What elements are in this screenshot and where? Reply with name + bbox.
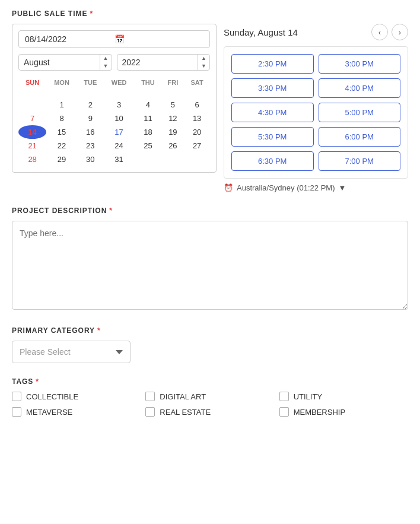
- time-slot-2[interactable]: 3:30 PM: [231, 78, 314, 98]
- cal-day-2[interactable]: 2: [77, 98, 104, 112]
- tag-item-utility[interactable]: UTILITY: [279, 392, 408, 401]
- month-up-btn[interactable]: ▲: [100, 55, 112, 62]
- public-sale-time-section: PUBLIC SALE TIME* 08/14/2022 📅 August ▲ …: [12, 9, 408, 192]
- category-required: *: [97, 326, 101, 335]
- calendar-icon[interactable]: 📅: [114, 34, 204, 44]
- cal-day-13[interactable]: 13: [184, 112, 210, 125]
- cal-day-9[interactable]: 9: [77, 112, 104, 125]
- month-year-row: August ▲ ▼ 2022 ▲ ▼: [18, 54, 210, 71]
- cal-day-29[interactable]: 29: [46, 153, 77, 166]
- month-spinner-btns: ▲ ▼: [100, 55, 112, 70]
- cal-day-10[interactable]: 10: [104, 112, 134, 125]
- tag-checkbox-collectible[interactable]: [12, 392, 21, 401]
- cal-empty: [134, 88, 161, 93]
- cal-day-23[interactable]: 23: [77, 139, 104, 153]
- tag-checkbox-utility[interactable]: [279, 392, 289, 401]
- cal-day-31[interactable]: 31: [104, 153, 134, 166]
- time-panel: Sunday, August 14 ‹ › 2:30 PM3:00 PM3:30…: [224, 24, 408, 192]
- calendar-panel: 08/14/2022 📅 August ▲ ▼ 2022 ▲ ▼: [12, 24, 217, 173]
- cal-day-19[interactable]: 19: [162, 125, 184, 139]
- cal-day-21[interactable]: 21: [18, 139, 46, 153]
- time-slot-5[interactable]: 5:00 PM: [319, 103, 401, 122]
- cal-day-3[interactable]: 3: [104, 98, 134, 112]
- tags-title: TAGS: [12, 377, 33, 386]
- cal-day-16[interactable]: 16: [77, 125, 104, 139]
- cal-day-26[interactable]: 26: [162, 139, 184, 153]
- cal-day-1[interactable]: 1: [46, 98, 77, 112]
- cal-day-30[interactable]: 30: [77, 153, 104, 166]
- cal-day-12[interactable]: 12: [162, 112, 184, 125]
- month-down-btn[interactable]: ▼: [100, 62, 112, 70]
- tag-item-metaverse[interactable]: METAVERSE: [12, 407, 141, 417]
- time-slot-9[interactable]: 7:00 PM: [319, 151, 401, 171]
- cal-empty: [134, 93, 161, 98]
- cal-empty: [184, 93, 210, 98]
- time-next-btn[interactable]: ›: [392, 24, 408, 40]
- description-textarea[interactable]: [12, 221, 408, 310]
- tags-required: *: [36, 377, 39, 386]
- time-slot-0[interactable]: 2:30 PM: [231, 54, 314, 74]
- description-required: *: [109, 207, 113, 215]
- category-select[interactable]: Please SelectArtMusicGamingSportsUtility: [12, 341, 131, 363]
- cal-day-6[interactable]: 6: [184, 98, 210, 112]
- cal-day-14[interactable]: 14: [18, 125, 46, 139]
- cal-day-11[interactable]: 11: [134, 112, 161, 125]
- tag-label-collectible: COLLECTIBLE: [26, 392, 78, 401]
- time-slot-8[interactable]: 6:30 PM: [231, 151, 314, 171]
- timezone-label: Australia/Sydney (01:22 PM): [237, 183, 335, 192]
- tag-checkbox-membership[interactable]: [279, 407, 289, 417]
- weekday-header-tue: TUE: [77, 77, 104, 88]
- cal-empty: [18, 93, 46, 98]
- cal-day-18[interactable]: 18: [134, 125, 161, 139]
- description-title: PROJECT DESCRIPTION: [12, 207, 107, 215]
- tag-label-metaverse: METAVERSE: [26, 408, 72, 417]
- cal-empty: [104, 93, 134, 98]
- month-value: August: [19, 55, 100, 70]
- tag-checkbox-metaverse[interactable]: [12, 407, 21, 417]
- year-down-btn[interactable]: ▼: [198, 62, 209, 70]
- cal-day-27[interactable]: 27: [184, 139, 210, 153]
- tag-checkbox-real-estate[interactable]: [145, 407, 155, 417]
- cal-day-4[interactable]: 4: [134, 98, 161, 112]
- date-value: 08/14/2022: [25, 34, 114, 44]
- cal-empty: [162, 88, 184, 93]
- cal-day-28[interactable]: 28: [18, 153, 46, 166]
- cal-day-20[interactable]: 20: [184, 125, 210, 139]
- year-spinner[interactable]: 2022 ▲ ▼: [117, 54, 211, 71]
- time-prev-btn[interactable]: ‹: [371, 24, 388, 40]
- time-slot-7[interactable]: 6:00 PM: [319, 127, 401, 147]
- tag-item-digital-art[interactable]: DIGITAL ART: [145, 392, 274, 401]
- cal-day-15[interactable]: 15: [46, 125, 77, 139]
- cal-empty: [46, 88, 77, 93]
- year-spinner-btns: ▲ ▼: [198, 55, 209, 70]
- project-description-label: PROJECT DESCRIPTION*: [12, 207, 408, 215]
- tag-checkbox-digital-art[interactable]: [145, 392, 155, 401]
- timezone-chevron[interactable]: ▼: [338, 183, 346, 192]
- time-date-label: Sunday, August 14: [224, 27, 298, 37]
- cal-empty: [162, 93, 184, 98]
- weekday-header-fri: FRI: [162, 77, 184, 88]
- cal-day-17[interactable]: 17: [104, 125, 134, 139]
- time-slot-3[interactable]: 4:00 PM: [319, 78, 401, 98]
- cal-empty: [77, 88, 104, 93]
- time-slot-6[interactable]: 5:30 PM: [231, 127, 314, 147]
- time-slot-4[interactable]: 4:30 PM: [231, 103, 314, 122]
- sale-time-title: PUBLIC SALE TIME: [12, 9, 87, 18]
- month-spinner[interactable]: August ▲ ▼: [18, 54, 112, 71]
- cal-day-8[interactable]: 8: [46, 112, 77, 125]
- time-slot-1[interactable]: 3:00 PM: [319, 54, 401, 74]
- primary-category-label: PRIMARY CATEGORY*: [12, 326, 408, 335]
- cal-day-5[interactable]: 5: [162, 98, 184, 112]
- year-up-btn[interactable]: ▲: [198, 55, 209, 62]
- cal-day-24[interactable]: 24: [104, 139, 134, 153]
- time-header: Sunday, August 14 ‹ ›: [224, 24, 408, 40]
- cal-day-22[interactable]: 22: [46, 139, 77, 153]
- cal-day-25[interactable]: 25: [134, 139, 161, 153]
- tag-item-real-estate[interactable]: REAL ESTATE: [145, 407, 274, 417]
- tag-item-membership[interactable]: MEMBERSHIP: [279, 407, 408, 417]
- time-scroll-area: 2:30 PM3:00 PM3:30 PM4:00 PM4:30 PM5:00 …: [224, 46, 408, 179]
- weekday-header-sat: SAT: [184, 77, 210, 88]
- cal-day-7[interactable]: 7: [18, 112, 46, 125]
- date-input-row[interactable]: 08/14/2022 📅: [18, 30, 210, 48]
- tag-item-collectible[interactable]: COLLECTIBLE: [12, 392, 141, 401]
